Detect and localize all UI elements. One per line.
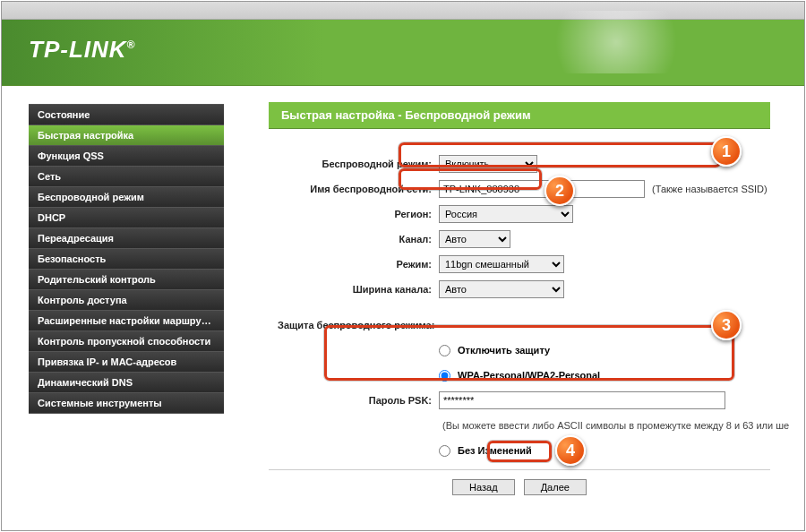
row-region: Регион: Россия <box>269 204 804 224</box>
input-psk-password[interactable] <box>439 391 725 409</box>
radio-label-disable: Отключить защиту <box>458 345 550 356</box>
content-area: Быстрая настройка - Беспроводной режим Б… <box>224 86 804 530</box>
radio-label-nochange: Без Изменений <box>458 445 532 456</box>
row-sec-disable: Отключить защиту <box>269 340 804 360</box>
select-channel[interactable]: Авто <box>439 230 510 248</box>
row-wireless-mode: Беспроводной режим: Включить <box>269 154 804 174</box>
radio-label-wpa: WPA-Personal/WPA2-Personal <box>458 370 600 381</box>
row-channel: Канал: Авто <box>269 229 804 249</box>
brand-text: TP-LINK <box>29 36 127 63</box>
select-width[interactable]: Авто <box>439 280 564 298</box>
back-button[interactable]: Назад <box>452 479 515 495</box>
panel-title: Быстрая настройка - Беспроводной режим <box>269 102 770 129</box>
label-psk: Пароль PSK: <box>269 395 439 406</box>
label-ssid: Имя беспроводной сети: <box>269 184 439 194</box>
wireless-form: Беспроводной режим: Включить Имя беспров… <box>269 154 804 495</box>
label-channel: Канал: <box>269 234 439 245</box>
nav-item-ip-mac[interactable]: Привязка IP- и МАС-адресов <box>29 352 224 373</box>
nav-item-system[interactable]: Системные инструменты <box>29 393 224 414</box>
divider <box>269 469 770 470</box>
hint-psk: (Вы можете ввести либо ASCII символы в п… <box>442 420 789 431</box>
page-body: Состояние Быстрая настройка Функция QSS … <box>2 86 804 530</box>
nav-item-parental[interactable]: Родительский контроль <box>29 270 224 290</box>
label-security: Защита беспроводного режима: <box>269 320 442 330</box>
button-bar: Назад Далее <box>269 479 770 495</box>
hint-ssid: (Также называется SSID) <box>652 184 767 194</box>
select-mode[interactable]: 11bgn смешанный <box>439 255 564 273</box>
row-mode: Режим: 11bgn смешанный <box>269 254 804 274</box>
radio-disable-security[interactable] <box>439 345 450 356</box>
label-region: Регион: <box>269 209 439 219</box>
row-psk-hint: (Вы можете ввести либо ASCII символы в п… <box>269 416 804 435</box>
nav-item-qss[interactable]: Функция QSS <box>29 146 224 167</box>
nav-item-dhcp[interactable]: DHCP <box>29 208 224 228</box>
page-header: TP-LINK® <box>2 20 804 86</box>
brand-logo: TP-LINK® <box>29 36 135 64</box>
row-ssid: Имя беспроводной сети: (Также называется… <box>269 179 804 199</box>
radio-no-change[interactable] <box>439 445 450 457</box>
nav-item-network[interactable]: Сеть <box>29 167 224 187</box>
next-button[interactable]: Далее <box>524 479 587 495</box>
sidebar: Состояние Быстрая настройка Функция QSS … <box>2 86 224 530</box>
brand-reg-icon: ® <box>127 39 136 51</box>
label-mode: Режим: <box>269 259 439 270</box>
header-glow <box>536 11 697 73</box>
window-frame: TP-LINK® Состояние Быстрая настройка Фун… <box>1 1 805 531</box>
radio-wpa-personal[interactable] <box>439 370 450 382</box>
select-wireless-mode[interactable]: Включить <box>439 155 537 173</box>
nav-item-forwarding[interactable]: Переадресация <box>29 228 224 249</box>
nav-item-status[interactable]: Состояние <box>29 104 224 125</box>
nav-item-security[interactable]: Безопасность <box>29 249 224 270</box>
nav-item-routing[interactable]: Расширенные настройки маршрутизации <box>29 311 224 331</box>
input-ssid[interactable] <box>439 180 645 198</box>
row-security-label: Защита беспроводного режима: <box>269 315 804 335</box>
nav-item-quick-setup[interactable]: Быстрая настройка <box>29 125 224 146</box>
nav-item-access-control[interactable]: Контроль доступа <box>29 290 224 311</box>
nav-item-ddns[interactable]: Динамический DNS <box>29 373 224 393</box>
label-width: Ширина канала: <box>269 284 439 295</box>
row-width: Ширина канала: Авто <box>269 279 804 299</box>
nav-menu: Состояние Быстрая настройка Функция QSS … <box>29 104 224 414</box>
select-region[interactable]: Россия <box>439 205 573 223</box>
nav-item-wireless[interactable]: Беспроводной режим <box>29 187 224 208</box>
nav-item-bandwidth[interactable]: Контроль пропускной способности <box>29 331 224 352</box>
label-wireless-mode: Беспроводной режим: <box>269 159 439 169</box>
row-sec-nochange: Без Изменений <box>269 441 804 460</box>
row-psk: Пароль PSK: <box>269 390 804 410</box>
row-sec-wpa: WPA-Personal/WPA2-Personal <box>269 365 804 385</box>
